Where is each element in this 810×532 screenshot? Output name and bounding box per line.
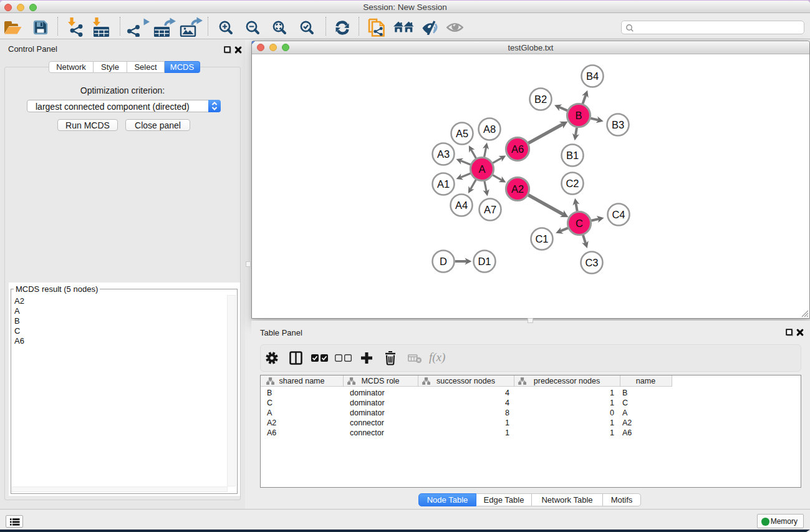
svg-text:B2: B2	[534, 94, 547, 105]
svg-text:B: B	[575, 110, 582, 121]
svg-text:A3: A3	[437, 148, 450, 160]
svg-text:C: C	[576, 218, 583, 229]
svg-text:B1: B1	[566, 150, 579, 161]
svg-text:A: A	[478, 163, 485, 175]
svg-text:D: D	[440, 256, 447, 267]
svg-text:C1: C1	[535, 233, 548, 244]
svg-text:B3: B3	[612, 119, 624, 130]
svg-text:D1: D1	[478, 256, 491, 267]
svg-text:C4: C4	[612, 209, 625, 220]
svg-text:A1: A1	[437, 178, 450, 190]
svg-text:A4: A4	[455, 200, 468, 211]
svg-text:A2: A2	[511, 183, 524, 195]
svg-text:A7: A7	[484, 204, 496, 215]
svg-text:B4: B4	[586, 70, 599, 82]
svg-text:A8: A8	[483, 123, 496, 135]
svg-text:A5: A5	[456, 128, 468, 139]
svg-text:C2: C2	[566, 178, 579, 189]
svg-text:C3: C3	[585, 257, 598, 268]
svg-text:A6: A6	[511, 143, 524, 155]
